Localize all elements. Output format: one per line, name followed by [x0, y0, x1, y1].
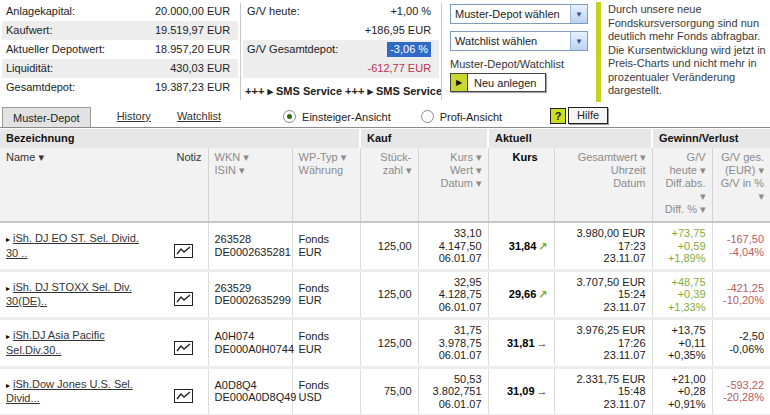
- summary-label: Gesamtdepot:: [6, 80, 75, 95]
- trend-arrow-icon: →: [537, 337, 548, 349]
- expand-icon[interactable]: [6, 235, 10, 244]
- col-gv-heute-sort[interactable]: G/V heute ▾ Diff.abs. ▾ Diff. % ▾: [652, 148, 712, 222]
- group-gewinn-verlust: Gewinn/Verlust: [652, 129, 770, 148]
- gv-today-abs-row: +186,95 EUR: [243, 21, 439, 40]
- gesamtwert-cell: 3.980,00 EUR 17:23 23.11.07: [554, 222, 652, 270]
- gv-total-label: G/V Gesamtdepot:: [247, 42, 338, 57]
- summary-value: 19.387,23 EUR: [155, 80, 230, 95]
- position-link[interactable]: iSh.DJ Asia Pacific Sel.Div.30..: [6, 329, 105, 356]
- wkn-isin-cell: 263528 DE0002635281: [208, 222, 292, 270]
- expand-icon[interactable]: [6, 381, 10, 390]
- kurs-value: 31,09: [507, 385, 535, 397]
- notiz-cell: [160, 270, 208, 319]
- wkn-isin-cell: A0H074 DE000A0H0744: [208, 319, 292, 368]
- position-name-cell: iSh.DJ Asia Pacific Sel.Div.30..: [0, 319, 160, 368]
- col-wkn-isin-sort[interactable]: WKN ▾ ISIN ▾: [208, 148, 292, 222]
- header-group-row: Bezeichnung Kauf Aktuell Gewinn/Verlust: [0, 129, 770, 148]
- depot-controls-panel: Muster-Depot wählen Watchlist wählen Mus…: [444, 2, 592, 104]
- col-kauf-sort[interactable]: Kurs ▾ Wert ▾ Datum ▾: [418, 148, 488, 222]
- help-control: ? Hilfe: [550, 107, 608, 127]
- capital-summary-panel: Anlagekapital: 20.000,00 EUR Kaufwert: 1…: [2, 2, 238, 104]
- depot-select-value: Muster-Depot wählen: [455, 8, 560, 20]
- position-name-cell: iSh. DJ STOXX Sel. Div. 30(DE)..: [0, 270, 160, 319]
- stueckzahl-cell: 125,00: [360, 270, 418, 319]
- kauf-cell: 50,53 3.802,751 06.01.07: [418, 367, 488, 415]
- kurs-value: 29,66: [509, 288, 537, 300]
- vertical-divider: [240, 3, 241, 100]
- tab-muster-depot[interactable]: Muster-Depot: [2, 107, 91, 127]
- summary-value: 430,03 EUR: [170, 61, 230, 76]
- position-link[interactable]: iSh. DJ STOXX Sel. Div. 30(DE)..: [6, 281, 132, 308]
- kauf-cell: 31,75 3.978,75 06.01.07: [418, 319, 488, 368]
- position-row: iSh. DJ STOXX Sel. Div. 30(DE).. 263529 …: [0, 270, 770, 319]
- tab-watchlist[interactable]: Watchlist: [177, 110, 221, 127]
- position-name-cell: iSh.Dow Jones U.S. Sel. Divid...: [0, 367, 160, 415]
- wptyp-cell: Fonds EUR: [292, 319, 360, 368]
- chart-note-icon[interactable]: [174, 389, 193, 403]
- chart-note-icon[interactable]: [174, 341, 193, 355]
- position-row: iSh.DJ Asia Pacific Sel.Div.30.. A0H074 …: [0, 319, 770, 368]
- col-gv-ges-sort[interactable]: G/V ges. (EUR) ▾ G/V in % ▾: [712, 148, 770, 222]
- gv-today-row: G/V heute: +1,00 %: [243, 2, 439, 21]
- gv-today-label: G/V heute:: [247, 4, 300, 19]
- gesamtwert-cell: 3.707,50 EUR 15:24 23.11.07: [554, 270, 652, 319]
- create-new-button[interactable]: Neu anlegen: [450, 73, 546, 92]
- gv-today-percent: +1,00 %: [390, 4, 431, 19]
- depot-select[interactable]: Muster-Depot wählen: [450, 4, 588, 24]
- summary-value: 20.000,00 EUR: [155, 4, 230, 19]
- gv-ges-cell: -593,22 -20,28%: [712, 367, 770, 415]
- chevron-down-icon[interactable]: [570, 32, 587, 50]
- position-link[interactable]: iSh. DJ EO ST. Sel. Divid. 30 ..: [6, 232, 139, 259]
- help-button[interactable]: Hilfe: [568, 107, 608, 124]
- chart-note-icon[interactable]: [174, 292, 193, 306]
- notiz-cell: [160, 367, 208, 415]
- kurs-cell: 31,09→: [488, 367, 554, 415]
- sms-service-ticker[interactable]: +++ ▸ SMS Service +++ ▸ SMS Service: [243, 85, 439, 98]
- summary-value: 19.519,97 EUR: [155, 23, 230, 38]
- accent-bar: [596, 2, 601, 102]
- gv-ges-cell: -167,50 -4,04%: [712, 222, 770, 270]
- position-name-cell: iSh. DJ EO ST. Sel. Divid. 30 ..: [0, 222, 160, 270]
- kurs-cell: 29,66↗: [488, 270, 554, 319]
- create-new-label: Neu anlegen: [468, 77, 545, 89]
- gv-heute-cell: +48,75 +0,39 +1,33%: [652, 270, 712, 319]
- gv-heute-cell: +13,75 +0,11 +0,35%: [652, 319, 712, 368]
- new-depot-caption: Muster-Depot/Watchlist: [450, 58, 590, 70]
- chart-note-icon[interactable]: [174, 244, 193, 258]
- question-icon[interactable]: ?: [550, 108, 566, 124]
- gv-ges-cell: -421,25 -10,20%: [712, 270, 770, 319]
- kauf-cell: 33,10 4.147,50 06.01.07: [418, 222, 488, 270]
- group-aktuell: Aktuell: [488, 129, 652, 148]
- summary-row: Aktueller Depotwert: 18.957,20 EUR: [2, 40, 238, 59]
- watchlist-select[interactable]: Watchlist wählen: [450, 31, 588, 51]
- chevron-down-icon[interactable]: [570, 5, 587, 23]
- gv-total-absolute: -612,77 EUR: [368, 61, 432, 76]
- tab-history[interactable]: History: [117, 110, 151, 127]
- trend-arrow-icon: →: [537, 385, 548, 397]
- gain-loss-panel: G/V heute: +1,00 % +186,95 EUR G/V Gesam…: [243, 2, 439, 104]
- position-row: iSh. DJ EO ST. Sel. Divid. 30 .. 263528 …: [0, 222, 770, 270]
- play-icon: [451, 74, 468, 91]
- col-name-sort[interactable]: Name ▾: [0, 148, 160, 222]
- gv-heute-cell: +73,75 +0,59 +1,89%: [652, 222, 712, 270]
- expand-icon[interactable]: [6, 332, 10, 341]
- gv-total-row: G/V Gesamtdepot: -3,06 %: [243, 40, 439, 59]
- wkn-isin-cell: 263529 DE0002635299: [208, 270, 292, 319]
- kurs-value: 31,81: [507, 337, 535, 349]
- col-notiz: Notiz: [160, 148, 208, 222]
- col-kurs: Kurs: [488, 148, 554, 222]
- summary-label: Liquidität:: [6, 61, 53, 76]
- expand-icon[interactable]: [6, 284, 10, 293]
- kurs-cell: 31,81→: [488, 319, 554, 368]
- wkn-isin-cell: A0D8Q4 DE000A0D8Q49: [208, 367, 292, 415]
- col-wptyp-sort[interactable]: WP-Typ ▾ Währung: [292, 148, 360, 222]
- notiz-cell: [160, 222, 208, 270]
- pro-view-radio[interactable]: [421, 110, 434, 123]
- position-link[interactable]: iSh.Dow Jones U.S. Sel. Divid...: [6, 378, 133, 405]
- beginner-view-radio[interactable]: [283, 110, 296, 123]
- pro-view-label: Profi-Ansicht: [440, 111, 502, 123]
- col-stueckzahl-sort[interactable]: Stück- zahl ▾: [360, 148, 418, 222]
- gv-today-absolute: +186,95 EUR: [365, 23, 431, 38]
- col-gesamtwert-sort[interactable]: Gesamtwert ▾ Uhrzeit Datum: [554, 148, 652, 222]
- gesamtwert-cell: 2.331,75 EUR 15:48 23.11.07: [554, 367, 652, 415]
